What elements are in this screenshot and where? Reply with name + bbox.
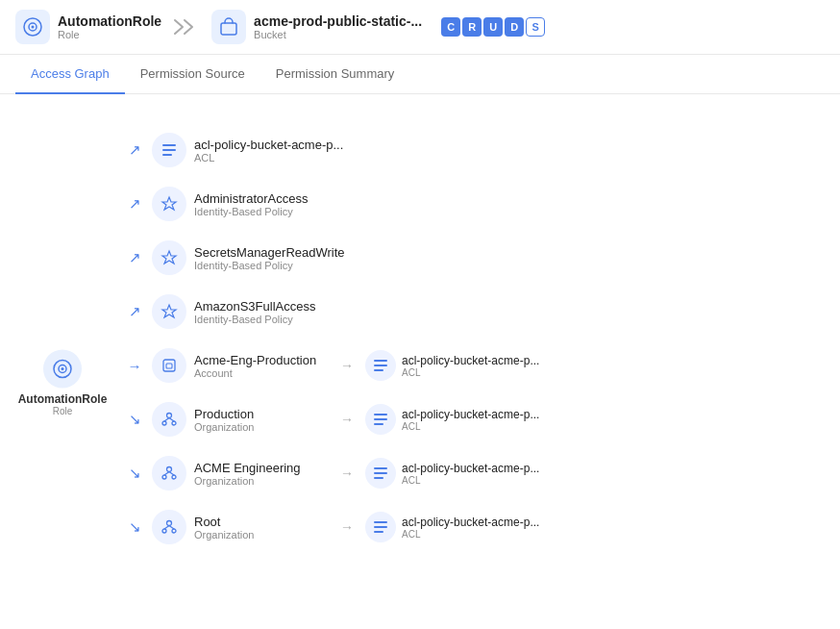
breadcrumb-chevron	[173, 18, 200, 36]
graph-row-5: → Acme-Eng-Production Account →	[125, 339, 840, 392]
acl-name-6: acl-policy-bucket-acme-p...	[402, 408, 539, 421]
target-entity-icon	[211, 10, 246, 44]
svg-rect-7	[162, 144, 176, 146]
svg-rect-36	[374, 521, 387, 523]
policy-info-4: AmazonS3FullAccess Identity-Based Policy	[194, 299, 329, 325]
svg-rect-13	[374, 365, 387, 366]
source-entity-type: Role	[58, 29, 161, 40]
left-node-type: Role	[53, 406, 73, 416]
policy-subtype-4: Identity-Based Policy	[194, 314, 329, 325]
svg-point-23	[167, 467, 172, 472]
svg-rect-8	[162, 149, 176, 151]
policy-name-2: AdministratorAccess	[194, 191, 329, 206]
tab-permission-summary[interactable]: Permission Summary	[260, 55, 410, 94]
left-node-icon	[43, 350, 82, 389]
svg-rect-20	[374, 414, 387, 415]
target-entity: acme-prod-public-static-... Bucket	[211, 10, 422, 44]
arrow-5: →	[125, 358, 144, 374]
graph-row-7: ↘ ACME Engineering Organization →	[125, 446, 840, 500]
acl-box-5: acl-policy-bucket-acme-p... ACL	[365, 350, 539, 381]
svg-rect-30	[374, 477, 383, 479]
svg-point-17	[172, 421, 176, 425]
acl-type-5: ACL	[402, 367, 539, 378]
acl-type-6: ACL	[402, 421, 539, 432]
acl-icon-7	[365, 458, 396, 489]
svg-rect-37	[374, 526, 387, 528]
arrow-3: ↗	[125, 249, 144, 266]
svg-point-31	[167, 521, 172, 526]
graph-row-8: ↘ Root Organization →	[125, 500, 840, 554]
policy-subtype-5: Account	[194, 367, 329, 379]
graph-row-3: ↗ SecretsManagerReadWrite Identity-Based…	[125, 231, 840, 285]
policy-name-6: Production	[194, 407, 329, 421]
svg-line-27	[169, 472, 174, 476]
graph-row-2: ↗ AdministratorAccess Identity-Based Pol…	[125, 177, 840, 231]
target-entity-name: acme-prod-public-static-...	[254, 13, 422, 29]
svg-point-16	[162, 421, 166, 425]
acl-box-8: acl-policy-bucket-acme-p... ACL	[365, 512, 539, 542]
arrow-to-8: →	[340, 519, 354, 535]
policy-name-5: Acme-Eng-Production	[194, 353, 329, 367]
policy-subtype-6: Organization	[194, 421, 329, 433]
svg-line-18	[164, 418, 169, 422]
svg-point-33	[172, 529, 176, 533]
policy-name-1: acl-policy-bucket-acme-p...	[194, 138, 343, 152]
crud-badges: C R U D S	[441, 17, 545, 37]
acl-box-7: acl-policy-bucket-acme-p... ACL	[365, 458, 539, 489]
tabs: Access Graph Permission Source Permissio…	[0, 55, 840, 94]
svg-point-32	[162, 529, 166, 533]
policy-icon-1	[152, 133, 186, 167]
policy-name-8: Root	[194, 515, 329, 529]
acl-info-7: acl-policy-bucket-acme-p... ACL	[402, 462, 539, 486]
policy-subtype-1: ACL	[194, 152, 343, 164]
svg-point-25	[172, 475, 176, 479]
acl-name-8: acl-policy-bucket-acme-p...	[402, 516, 539, 529]
svg-rect-11	[166, 364, 172, 368]
svg-point-15	[167, 414, 172, 418]
source-entity-icon	[15, 10, 50, 44]
policy-subtype-3: Identity-Based Policy	[194, 260, 345, 271]
acl-info-5: acl-policy-bucket-acme-p... ACL	[402, 354, 539, 378]
policy-info-7: ACME Engineering Organization	[194, 461, 329, 487]
source-entity: AutomationRole Role	[15, 10, 161, 44]
policy-info-2: AdministratorAccess Identity-Based Polic…	[194, 191, 329, 217]
acl-name-5: acl-policy-bucket-acme-p...	[402, 354, 539, 367]
graph-row-4: ↗ AmazonS3FullAccess Identity-Based Poli…	[125, 285, 840, 339]
acl-type-7: ACL	[402, 475, 539, 486]
arrow-to-7: →	[340, 465, 354, 481]
svg-line-35	[169, 526, 174, 530]
svg-rect-29	[374, 472, 387, 474]
policy-subtype-2: Identity-Based Policy	[194, 206, 329, 217]
target-entity-type: Bucket	[254, 29, 422, 40]
svg-rect-38	[374, 531, 383, 533]
acl-icon-8	[365, 512, 396, 542]
policy-icon-5	[152, 348, 186, 383]
graph-row-1: ↗ acl-policy-bucket-acme-p... ACL	[125, 123, 840, 177]
graph-row-6: ↘ Production Organization →	[125, 392, 840, 446]
svg-rect-9	[162, 154, 172, 156]
policy-info-6: Production Organization	[194, 407, 329, 433]
svg-point-24	[162, 475, 166, 479]
arrow-7: ↘	[125, 465, 144, 482]
left-node: AutomationRole Role	[10, 350, 115, 416]
tab-permission-source[interactable]: Permission Source	[125, 55, 260, 94]
acl-info-8: acl-policy-bucket-acme-p... ACL	[402, 516, 539, 540]
svg-rect-22	[374, 423, 383, 425]
acl-type-8: ACL	[402, 529, 539, 540]
svg-line-34	[164, 526, 169, 530]
content-area: AutomationRole Role ↗ acl-policy-bucket-…	[0, 94, 840, 594]
policy-icon-4	[152, 294, 186, 329]
svg-rect-12	[374, 360, 387, 362]
policy-icon-8	[152, 510, 186, 544]
policy-icon-2	[152, 187, 186, 221]
left-node-name: AutomationRole	[18, 392, 108, 406]
arrow-2: ↗	[125, 195, 144, 213]
target-entity-text: acme-prod-public-static-... Bucket	[254, 13, 422, 40]
source-entity-name: AutomationRole	[58, 13, 161, 29]
acl-name-7: acl-policy-bucket-acme-p...	[402, 462, 539, 475]
acl-info-6: acl-policy-bucket-acme-p... ACL	[402, 408, 539, 432]
badge-s: S	[526, 17, 545, 37]
tab-access-graph[interactable]: Access Graph	[15, 55, 125, 94]
svg-rect-14	[374, 369, 383, 371]
policy-name-7: ACME Engineering	[194, 461, 329, 475]
